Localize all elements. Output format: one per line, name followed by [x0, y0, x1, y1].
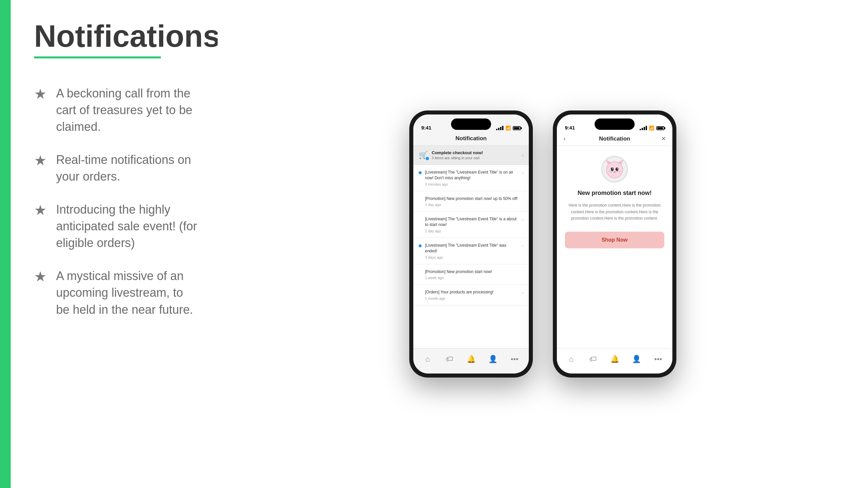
wifi-icon-2: 📶: [649, 126, 654, 131]
star-icon-4: ★: [34, 269, 47, 284]
signal-bars-1: [496, 126, 503, 130]
bottom-nav-1: ⌂ 🏷 🔔 👤 •••: [413, 348, 529, 373]
nav-tab-person-1[interactable]: 👤: [482, 355, 504, 363]
bullet-item-4: ★ A mystical missive of an upcoming live…: [34, 268, 198, 318]
promo-avatar: [601, 156, 628, 183]
battery-icon-1: [513, 126, 521, 130]
star-icon-1: ★: [34, 87, 47, 102]
status-icons-2: 📶: [640, 126, 664, 131]
phones-area: 9:41 📶 Notification: [218, 0, 868, 488]
star-icon-2: ★: [34, 153, 47, 168]
promo-detail: New promotion start now! Here is the pro…: [557, 146, 672, 348]
status-time-2: 9:41: [565, 125, 575, 131]
notification-item[interactable]: [Promotion] New promotion start now!1 we…: [413, 264, 529, 285]
cart-chevron-icon: ›: [522, 153, 524, 158]
notification-item[interactable]: [Livestream] The "Livestream Event Title…: [413, 212, 529, 238]
signal-bar-4: [502, 126, 503, 130]
person-icon-2: 👤: [632, 355, 641, 363]
signal-bar-2: [498, 128, 499, 130]
bullet-text-4: A mystical missive of an upcoming livest…: [56, 268, 198, 318]
nav-tab-more-1[interactable]: •••: [504, 355, 525, 363]
title-underline: [34, 56, 161, 58]
shop-now-button[interactable]: Shop Now: [565, 232, 664, 248]
phone-2-inner: 9:41 📶 ‹ Notification: [557, 115, 672, 373]
notification-chevron-icon: ›: [522, 170, 524, 175]
notification-time: 3 days ago: [425, 255, 519, 259]
cat-avatar-image: [603, 158, 626, 181]
left-panel: Notifications ★ A beckoning call from th…: [11, 0, 218, 488]
signal-bar-1: [496, 129, 497, 130]
nav-tab-bell-1[interactable]: 🔔: [460, 355, 482, 363]
page-title: Notifications: [34, 20, 198, 53]
notification-item[interactable]: [Livestream] The "Livestream Event Title…: [413, 238, 529, 264]
promo-title: New promotion start now!: [578, 189, 652, 197]
tag-icon-2: 🏷: [589, 355, 597, 363]
signal-bar-7: [644, 127, 645, 130]
nav-tab-tag-1[interactable]: 🏷: [438, 355, 460, 363]
more-icon-2: •••: [654, 355, 662, 363]
notification-unread-dot: [418, 216, 422, 219]
notification-content: [Promotion] New promotion start now!1 we…: [425, 269, 524, 280]
nav-tab-home-2[interactable]: ⌂: [560, 355, 582, 363]
nav-title-2: Notification: [574, 135, 656, 142]
nav-tab-home-1[interactable]: ⌂: [416, 355, 438, 363]
nav-back-2[interactable]: ‹: [563, 135, 574, 142]
signal-bar-6: [642, 128, 643, 130]
notification-unread-dot: [418, 289, 422, 292]
notification-content: [Livestream] The "Livestream Event Title…: [425, 216, 519, 233]
notification-unread-dot: [418, 196, 422, 199]
dynamic-island-2: [595, 119, 634, 130]
notification-text: [Livestream] The "Livestream Event Title…: [425, 169, 519, 181]
bullet-list: ★ A beckoning call from the cart of trea…: [34, 85, 198, 318]
bullet-item-3: ★ Introducing the highly anticipated sal…: [34, 201, 198, 252]
notification-content: [Promotion] New promotion start now! up …: [425, 196, 524, 207]
dynamic-island-1: [451, 119, 491, 130]
bell-icon-1: 🔔: [467, 355, 476, 363]
notification-text: [Orders] Your products are processing!: [425, 289, 519, 295]
wifi-icon-1: 📶: [505, 126, 511, 131]
nav-tab-more-2[interactable]: •••: [647, 355, 669, 363]
notification-content: [Orders] Your products are processing!1 …: [425, 289, 519, 300]
promo-content: Here is the promotion content.Here is th…: [565, 202, 664, 222]
notification-content: [Livestream] The "Livestream Event Title…: [425, 243, 519, 259]
person-icon-1: 👤: [488, 355, 497, 363]
notification-item[interactable]: [Promotion] New promotion start now! up …: [413, 191, 529, 212]
signal-bar-8: [646, 126, 647, 130]
cart-banner[interactable]: 🛒 Complete checkout now! 3 items are sit…: [413, 145, 529, 165]
nav-close-button-2[interactable]: ✕: [656, 135, 666, 142]
nav-header-1: Notification: [413, 132, 529, 145]
svg-point-8: [617, 168, 618, 169]
nav-tab-tag-2[interactable]: 🏷: [582, 355, 603, 363]
signal-bar-3: [500, 127, 501, 130]
cart-subtitle: 3 items are sitting in your cart: [432, 156, 518, 160]
cart-icon-wrap: 🛒: [418, 151, 428, 160]
cart-text: Complete checkout now! 3 items are sitti…: [432, 150, 518, 160]
nav-tab-person-2[interactable]: 👤: [626, 355, 647, 363]
signal-bars-2: [640, 126, 647, 130]
battery-icon-2: [656, 126, 664, 130]
bell-icon-2: 🔔: [610, 355, 619, 363]
notification-chevron-icon: ›: [522, 243, 524, 248]
notification-content: [Livestream] The "Livestream Event Title…: [425, 169, 519, 186]
svg-point-9: [614, 171, 615, 172]
signal-bar-5: [640, 129, 641, 130]
status-time-1: 9:41: [421, 125, 431, 131]
bullet-text-1: A beckoning call from the cart of treasu…: [56, 85, 198, 135]
phone-1-inner: 9:41 📶 Notification: [413, 115, 529, 373]
cart-title: Complete checkout now!: [432, 150, 518, 155]
nav-tab-bell-2[interactable]: 🔔: [603, 355, 625, 363]
accent-bar: [0, 0, 11, 488]
notification-unread-dot: [418, 269, 422, 272]
notification-chevron-icon: ›: [522, 217, 524, 222]
nav-title-1: Notification: [430, 135, 512, 142]
notification-list-1[interactable]: 🛒 Complete checkout now! 3 items are sit…: [413, 145, 529, 348]
notification-item[interactable]: [Livestream] The "Livestream Event Title…: [413, 165, 529, 191]
notification-text: [Promotion] New promotion start now!: [425, 269, 524, 275]
notification-chevron-icon: ›: [522, 290, 524, 295]
svg-point-5: [611, 168, 614, 171]
status-icons-1: 📶: [496, 126, 521, 131]
bullet-item-1: ★ A beckoning call from the cart of trea…: [34, 85, 198, 135]
notification-item[interactable]: [Orders] Your products are processing!1 …: [413, 285, 529, 305]
notification-unread-dot: [418, 244, 422, 247]
bullet-text-2: Real-time notifications on your orders.: [56, 152, 198, 185]
